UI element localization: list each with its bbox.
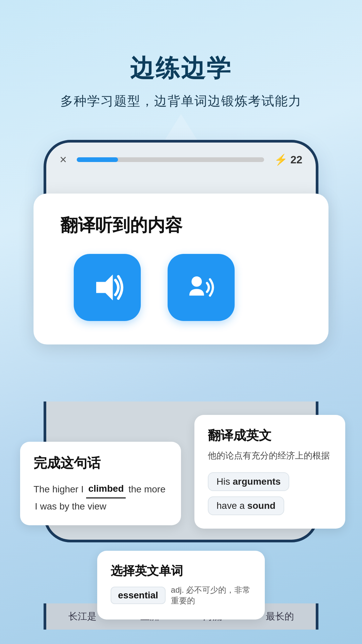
svg-point-1 (191, 276, 202, 287)
speaker-icon (89, 269, 126, 306)
phone-top-bar: × ⚡ 22 (60, 153, 302, 167)
chip1-word: arguments (233, 476, 281, 487)
title-section: 边练边学 多种学习题型，边背单词边锻炼考试能力 (60, 54, 302, 110)
bottom-label-0: 长江是 (68, 610, 97, 623)
score-value: 22 (290, 154, 302, 166)
complete-sentence-card: 完成这句话 The higher I climbed the more I wa… (20, 442, 181, 525)
select-word-card: 选择英文单词 essential adj. 必不可少的，非常重要的 (97, 551, 265, 620)
word-chips-row: His arguments have a sound (208, 472, 332, 515)
close-icon[interactable]: × (60, 153, 67, 167)
bottom-cards-area: 完成这句话 The higher I climbed the more I wa… (0, 401, 362, 630)
sentence-part2: the more (128, 481, 166, 498)
translate-english-card: 翻译成英文 他的论点有充分的经济上的根据 His arguments have … (194, 415, 345, 529)
translate-card: 翻译听到的内容 (34, 194, 328, 344)
sentence-blank: climbed (86, 480, 126, 498)
main-title: 边练边学 (60, 54, 302, 83)
svg-marker-0 (96, 275, 113, 301)
chip1-prefix: His (217, 476, 230, 487)
chip-have-sound[interactable]: have a sound (208, 496, 284, 515)
chip2-prefix: have a (217, 500, 245, 511)
audio-avatar-button[interactable] (168, 254, 235, 321)
chip-his-arguments[interactable]: His arguments (208, 472, 289, 491)
chip2-word: sound (247, 500, 276, 511)
translate-card-title: 翻译听到的内容 (60, 214, 302, 237)
phone-area: × ⚡ 22 翻译听到的内容 (44, 140, 318, 314)
sentence-part1: The higher I (34, 481, 83, 498)
lightning-icon: ⚡ (274, 153, 288, 166)
audio-speaker-button[interactable] (74, 254, 141, 321)
subtitle: 多种学习题型，边背单词边锻炼考试能力 (60, 93, 302, 110)
progress-bar (77, 157, 264, 162)
bottom-label-3: 最长的 (266, 610, 294, 623)
word-definition-row: essential adj. 必不可少的，非常重要的 (111, 585, 251, 606)
page-wrapper: 边练边学 多种学习题型，边背单词边锻炼考试能力 × ⚡ 22 (0, 0, 362, 630)
speaker-avatar-icon (183, 269, 220, 306)
select-word-title: 选择英文单词 (111, 563, 251, 579)
score-display: ⚡ 22 (274, 153, 302, 166)
sentence-line1: The higher I climbed the more (34, 480, 168, 498)
audio-buttons-row (60, 254, 302, 321)
progress-fill (77, 157, 118, 162)
word-label[interactable]: essential (111, 587, 166, 604)
translate-english-title: 翻译成英文 (208, 427, 332, 444)
translate-chinese-text: 他的论点有充分的经济上的根据 (208, 449, 332, 463)
sentence-line2: I was by the view (34, 501, 168, 512)
word-definition: adj. 必不可少的，非常重要的 (171, 585, 251, 606)
complete-sentence-title: 完成这句话 (34, 454, 168, 472)
